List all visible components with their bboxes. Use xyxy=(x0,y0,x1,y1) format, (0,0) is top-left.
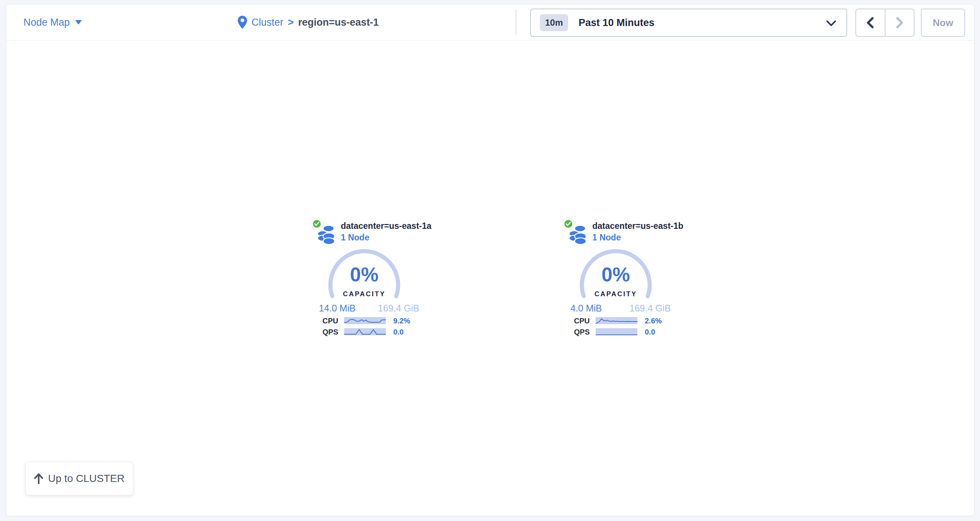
location-pin-icon xyxy=(238,16,247,29)
capacity-percent: 0% xyxy=(325,263,403,286)
capacity-total: 169.4 GiB xyxy=(630,303,671,314)
metric-label: CPU xyxy=(312,317,338,325)
breadcrumb-current: region=us-east-1 xyxy=(298,17,379,28)
capacity-values: 4.0 MiB 169.4 GiB xyxy=(570,303,671,314)
metric-row-qps: QPS 0.0 xyxy=(312,328,424,335)
metric-row-cpu: CPU 9.2% xyxy=(312,317,424,324)
breadcrumb: Cluster > region=us-east-1 xyxy=(238,5,379,40)
database-stack-icon xyxy=(317,224,336,247)
capacity-label: CAPACITY xyxy=(325,290,403,298)
toolbar-divider xyxy=(515,10,516,35)
datacenter-node-count[interactable]: 1 Node xyxy=(341,232,431,244)
metric-value: 9.2% xyxy=(393,317,410,325)
metric-value: 0.0 xyxy=(393,328,404,336)
capacity-label: CAPACITY xyxy=(577,290,655,298)
datacenter-title: datacenter=us-east-1a xyxy=(341,220,431,232)
chevron-down-icon xyxy=(826,20,837,29)
cpu-sparkline xyxy=(344,317,386,324)
qps-sparkline xyxy=(344,328,386,335)
arrow-up-icon xyxy=(34,473,43,484)
healthy-check-icon xyxy=(312,219,321,228)
capacity-values: 14.0 MiB 169.4 GiB xyxy=(319,303,419,314)
healthy-check-icon xyxy=(564,219,573,228)
up-to-cluster-label: Up to CLUSTER xyxy=(48,473,124,484)
datacenter-header: datacenter=us-east-1b 1 Node xyxy=(592,220,684,244)
datacenter-node-count[interactable]: 1 Node xyxy=(592,232,684,244)
metric-label: QPS xyxy=(312,328,338,336)
time-range-select[interactable]: 10m Past 10 Minutes xyxy=(530,8,847,37)
metric-value: 2.6% xyxy=(645,317,662,325)
time-range-label: Past 10 Minutes xyxy=(579,17,654,29)
capacity-total: 169.4 GiB xyxy=(378,303,419,314)
chevron-right-icon xyxy=(895,17,904,29)
breadcrumb-separator: > xyxy=(288,17,294,28)
node-map-panel: Node Map Cluster > region=us-east-1 10m … xyxy=(6,4,974,516)
cpu-sparkline xyxy=(596,317,637,324)
chevron-left-icon xyxy=(866,17,875,29)
caret-down-icon xyxy=(75,20,82,25)
datacenter-title: datacenter=us-east-1b xyxy=(592,220,684,232)
datacenter-widget-us-east-1b[interactable]: datacenter=us-east-1b 1 Node 0% CAPACITY… xyxy=(564,218,675,343)
datacenter-widget-us-east-1a[interactable]: datacenter=us-east-1a 1 Node 0% CAPACITY… xyxy=(312,218,424,343)
now-button-label: Now xyxy=(933,17,953,29)
metric-value: 0.0 xyxy=(645,328,655,336)
toolbar: Node Map Cluster > region=us-east-1 10m … xyxy=(6,5,974,41)
time-next-button[interactable] xyxy=(886,9,914,36)
view-selector-label: Node Map xyxy=(24,17,70,28)
now-button[interactable]: Now xyxy=(921,8,965,37)
metric-label: QPS xyxy=(564,328,590,336)
view-selector-dropdown[interactable]: Node Map xyxy=(24,5,82,40)
metric-row-cpu: CPU 2.6% xyxy=(564,317,675,324)
time-nav-group xyxy=(855,8,915,37)
qps-sparkline xyxy=(596,328,637,335)
up-to-cluster-button[interactable]: Up to CLUSTER xyxy=(25,462,133,496)
time-range-badge: 10m xyxy=(540,14,568,31)
capacity-percent: 0% xyxy=(577,263,655,286)
capacity-used: 14.0 MiB xyxy=(319,303,356,314)
metric-label: CPU xyxy=(564,317,590,325)
database-stack-icon xyxy=(568,224,587,247)
capacity-used: 4.0 MiB xyxy=(570,303,602,314)
time-prev-button[interactable] xyxy=(856,9,886,36)
metric-row-qps: QPS 0.0 xyxy=(564,328,675,335)
datacenter-header: datacenter=us-east-1a 1 Node xyxy=(341,220,431,244)
breadcrumb-cluster-link[interactable]: Cluster xyxy=(251,17,283,28)
